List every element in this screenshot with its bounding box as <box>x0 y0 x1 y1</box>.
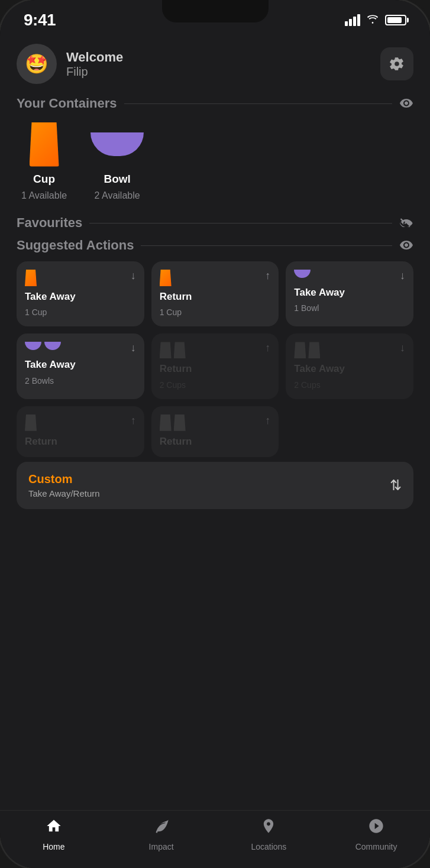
containers-line <box>124 103 392 104</box>
tab-home[interactable]: Home <box>0 818 108 851</box>
action-card-top: ↑ <box>160 342 271 358</box>
custom-left: Custom Take Away/Return <box>28 472 100 498</box>
custom-label: Custom <box>28 472 100 486</box>
bowl-icon-small <box>294 270 311 278</box>
action-takeaway-2bowls[interactable]: ↓ Take Away 2 Bowls <box>17 333 144 399</box>
tab-home-label: Home <box>43 842 64 851</box>
phone-frame: 9:41 🤩 <box>0 0 430 868</box>
tab-locations-label: Locations <box>251 842 286 851</box>
containers-visibility-toggle[interactable] <box>399 96 413 111</box>
action-label: Return <box>25 436 136 448</box>
2bowls-icon-small <box>25 342 61 350</box>
arrow-up-icon: ↑ <box>265 414 270 427</box>
action-label: Take Away <box>25 359 136 371</box>
tab-impact[interactable]: Impact <box>108 818 215 851</box>
suggested-line <box>141 245 392 246</box>
favourites-title: Favourites <box>17 215 82 231</box>
cup-icon <box>30 121 59 168</box>
custom-action-card[interactable]: Custom Take Away/Return ⇅ <box>17 462 413 509</box>
bowl-name: Bowl <box>104 173 130 186</box>
action-label: Return <box>160 363 271 375</box>
action-sub: 1 Bowl <box>294 303 405 313</box>
2cups-gray-icon <box>160 342 186 358</box>
action-card-top: ↑ <box>160 270 271 286</box>
action-grid-row2: ↓ Take Away 2 Bowls ↑ Return 2 <box>17 333 413 399</box>
phone-screen: 9:41 🤩 <box>0 0 430 868</box>
cup-count: 1 Available <box>21 190 67 201</box>
cup-icon-small <box>25 270 37 286</box>
main-content: 🤩 Welcome Filip Your Containers <box>0 34 430 810</box>
action-sub: 2 Cups <box>160 380 271 390</box>
battery-icon <box>385 15 406 25</box>
tab-bar: Home Impact Locations <box>0 810 430 868</box>
tab-impact-label: Impact <box>149 842 174 851</box>
signal-icon <box>345 14 360 26</box>
tab-community-label: Community <box>355 842 397 851</box>
action-card-top: ↑ <box>25 414 136 431</box>
avatar: 🤩 <box>17 44 57 84</box>
arrow-down-icon: ↓ <box>400 342 405 354</box>
action-grid-row3: ↑ Return ↑ Return <box>17 406 413 457</box>
arrow-down-icon: ↓ <box>131 270 136 282</box>
suggested-section-header: Suggested Actions <box>17 238 413 253</box>
containers-section-header: Your Containers <box>17 96 413 111</box>
action-sub: 1 Cup <box>160 307 271 317</box>
action-sub: 1 Cup <box>25 307 136 317</box>
home-icon <box>46 818 62 838</box>
action-return-2cups[interactable]: ↑ Return 2 Cups <box>151 333 279 399</box>
action-label: Take Away <box>294 363 405 375</box>
welcome-label: Welcome <box>66 50 123 65</box>
action-card-top: ↓ <box>25 342 136 354</box>
action-takeaway-2cups[interactable]: ↓ Take Away 2 Cups <box>286 333 413 399</box>
custom-arrows-icon: ⇅ <box>390 477 402 494</box>
welcome-text: Welcome Filip <box>66 50 123 79</box>
container-bowl[interactable]: Bowl 2 Available <box>90 121 144 201</box>
2cups-gray-icon2 <box>294 342 320 358</box>
community-icon <box>368 818 384 838</box>
bowl-icon <box>90 121 144 168</box>
gray-icon <box>25 414 37 431</box>
action-sub: 2 Cups <box>294 380 405 390</box>
status-time: 9:41 <box>24 11 56 30</box>
gray-icon-2 <box>160 414 186 431</box>
suggested-title: Suggested Actions <box>17 238 134 253</box>
tab-community[interactable]: Community <box>322 818 430 851</box>
status-icons <box>345 12 406 28</box>
location-icon <box>260 818 277 838</box>
arrow-up-icon: ↑ <box>265 270 270 282</box>
action-return-cup[interactable]: ↑ Return 1 Cup <box>151 261 279 326</box>
suggested-visibility-toggle[interactable] <box>399 238 413 253</box>
action-label: Return <box>160 291 271 303</box>
cup-name: Cup <box>33 173 55 186</box>
arrow-up-icon: ↑ <box>265 342 270 354</box>
tab-locations[interactable]: Locations <box>215 818 323 851</box>
container-cup[interactable]: Cup 1 Available <box>21 121 67 201</box>
action-takeaway-bowl[interactable]: ↓ Take Away 1 Bowl <box>286 261 413 326</box>
arrow-down-icon: ↓ <box>131 342 136 354</box>
settings-button[interactable] <box>380 47 413 80</box>
action-card-top: ↑ <box>160 414 271 431</box>
action-card-top: ↓ <box>25 270 136 286</box>
action-label: Take Away <box>25 291 136 303</box>
header-left: 🤩 Welcome Filip <box>17 44 123 84</box>
arrow-down-icon: ↓ <box>400 270 405 282</box>
action-label: Take Away <box>294 287 405 299</box>
action-label: Return <box>160 436 271 448</box>
arrow-up-icon: ↑ <box>131 414 136 427</box>
action-return-partial-2[interactable]: ↑ Return <box>151 406 279 457</box>
notch <box>162 0 269 22</box>
favourites-section-header: Favourites <box>17 215 413 231</box>
favourites-visibility-toggle[interactable] <box>399 216 413 230</box>
containers-title: Your Containers <box>17 96 117 111</box>
header: 🤩 Welcome Filip <box>17 34 413 96</box>
action-return-partial-1[interactable]: ↑ Return <box>17 406 144 457</box>
action-card-top: ↓ <box>294 270 405 282</box>
leaf-icon <box>153 818 170 838</box>
action-grid-row1: ↓ Take Away 1 Cup ↑ Return 1 Cup <box>17 261 413 326</box>
action-takeaway-cup[interactable]: ↓ Take Away 1 Cup <box>17 261 144 326</box>
action-card-top: ↓ <box>294 342 405 358</box>
gear-icon <box>389 56 405 72</box>
action-sub: 2 Bowls <box>25 376 136 386</box>
bowl-count: 2 Available <box>95 190 140 201</box>
wifi-icon <box>366 12 379 28</box>
